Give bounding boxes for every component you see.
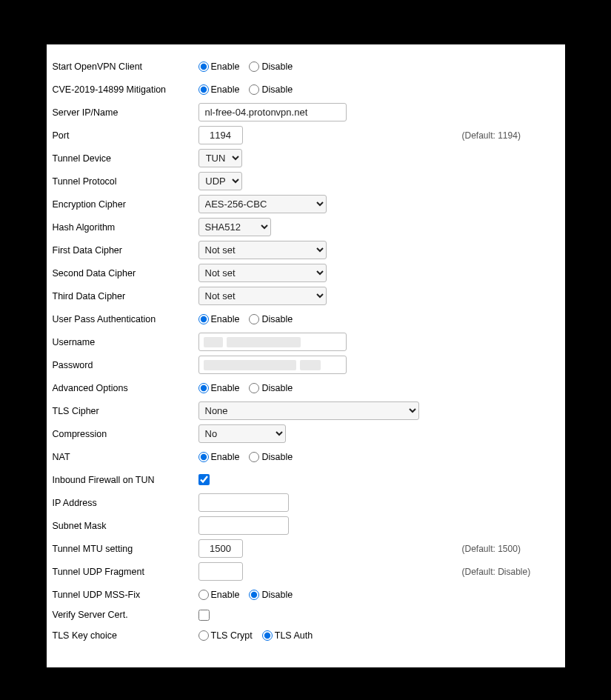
enc-cipher-select[interactable]: AES-256-CBC [198, 195, 327, 213]
second-data-label: Second Data Cipher [47, 268, 198, 279]
userpass-enable-radio[interactable] [198, 314, 209, 324]
password-input[interactable] [198, 356, 347, 374]
hash-alg-select[interactable]: SHA512 [198, 218, 271, 236]
udpmss-enable-radio[interactable] [198, 590, 209, 600]
second-data-select[interactable]: Not set [198, 264, 327, 282]
tunnel-device-select[interactable]: TUN [198, 149, 242, 167]
ip-label: IP Address [47, 498, 198, 508]
disable-label: Disable [261, 452, 293, 462]
tlsauth-label: TLS Auth [275, 630, 313, 641]
udpmss-label: Tunnel UDP MSS-Fix [47, 590, 198, 600]
udpfrag-hint: (Default: Disable) [435, 567, 565, 577]
port-input[interactable] [198, 126, 243, 144]
verifycert-checkbox[interactable] [198, 610, 210, 621]
disable-label: Disable [261, 590, 293, 600]
tunnel-device-label: Tunnel Device [47, 153, 198, 164]
disable-label: Disable [261, 383, 293, 393]
cve-disable-radio[interactable] [249, 84, 259, 95]
tlscipher-label: TLS Cipher [47, 406, 198, 416]
compression-select[interactable]: No [198, 424, 286, 443]
tlskey-auth-radio[interactable] [262, 630, 273, 641]
subnet-label: Subnet Mask [47, 521, 198, 531]
nat-label: NAT [47, 452, 198, 462]
tunnel-proto-label: Tunnel Protocol [47, 176, 198, 187]
mtu-label: Tunnel MTU setting [47, 544, 198, 554]
start-client-label: Start OpenVPN Client [47, 61, 198, 72]
enable-label: Enable [211, 383, 240, 393]
ip-input[interactable] [198, 493, 289, 512]
serverip-input[interactable] [198, 103, 347, 121]
tlscrypt-label: TLS Crypt [211, 630, 253, 641]
enable-label: Enable [211, 452, 240, 462]
first-data-label: First Data Cipher [47, 245, 198, 256]
third-data-label: Third Data Cipher [47, 291, 198, 301]
advopt-label: Advanced Options [47, 383, 198, 393]
compression-label: Compression [47, 429, 198, 439]
userpass-label: User Pass Authentication [47, 314, 198, 324]
enc-cipher-label: Encryption Cipher [47, 199, 198, 210]
mtu-hint: (Default: 1500) [435, 544, 565, 554]
advopt-disable-radio[interactable] [249, 383, 259, 393]
username-input[interactable] [198, 333, 347, 351]
serverip-label: Server IP/Name [47, 107, 198, 118]
verifycert-label: Verify Server Cert. [47, 610, 198, 620]
tlskey-label: TLS Key choice [47, 630, 198, 641]
nat-disable-radio[interactable] [249, 452, 259, 462]
udpmss-disable-radio[interactable] [249, 590, 259, 600]
cve-label: CVE-2019-14899 Mitigation [47, 84, 198, 95]
inbound-fw-label: Inbound Firewall on TUN [47, 475, 198, 485]
enable-label: Enable [211, 314, 240, 324]
tlskey-crypt-radio[interactable] [198, 630, 209, 641]
password-label: Password [47, 360, 198, 370]
inbound-fw-checkbox[interactable] [198, 474, 210, 485]
subnet-input[interactable] [198, 516, 289, 535]
enable-label: Enable [211, 590, 240, 600]
start-client-enable-radio[interactable] [198, 61, 209, 72]
cve-enable-radio[interactable] [198, 84, 209, 95]
userpass-disable-radio[interactable] [249, 314, 259, 324]
enable-label: Enable [211, 61, 240, 72]
disable-label: Disable [261, 314, 293, 324]
tunnel-proto-select[interactable]: UDP [198, 172, 242, 190]
username-label: Username [47, 337, 198, 347]
mtu-input[interactable] [198, 539, 243, 558]
disable-label: Disable [261, 61, 293, 72]
settings-panel: Start OpenVPN Client Enable Disable CVE-… [47, 44, 565, 667]
disable-label: Disable [261, 84, 293, 95]
tlscipher-select[interactable]: None [198, 401, 419, 420]
advopt-enable-radio[interactable] [198, 383, 209, 393]
nat-enable-radio[interactable] [198, 452, 209, 462]
enable-label: Enable [211, 84, 240, 95]
start-client-disable-radio[interactable] [249, 61, 259, 72]
port-hint: (Default: 1194) [435, 130, 565, 141]
hash-alg-label: Hash Algorithm [47, 222, 198, 233]
port-label: Port [47, 130, 198, 141]
udpfrag-label: Tunnel UDP Fragment [47, 567, 198, 577]
first-data-select[interactable]: Not set [198, 241, 327, 259]
udpfrag-input[interactable] [198, 562, 243, 581]
third-data-select[interactable]: Not set [198, 287, 327, 305]
